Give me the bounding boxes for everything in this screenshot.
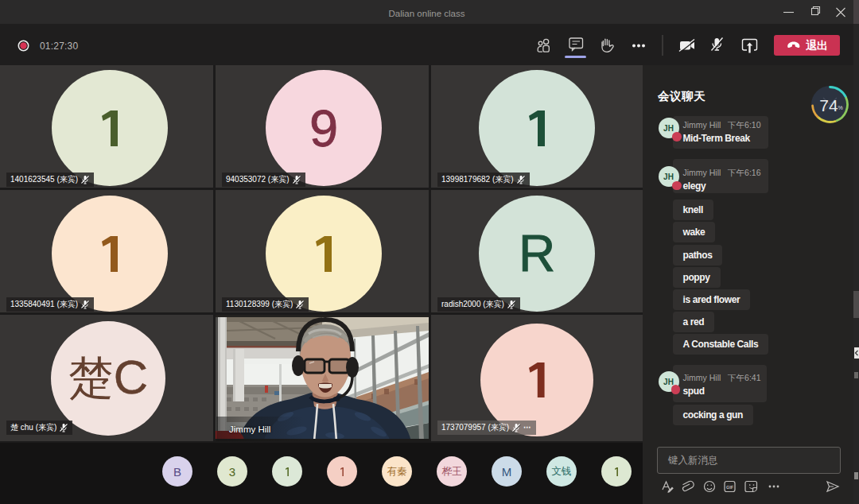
svg-text:74: 74: [819, 96, 838, 114]
svg-text:GIF: GIF: [726, 485, 734, 490]
svg-text:%: %: [838, 105, 843, 110]
